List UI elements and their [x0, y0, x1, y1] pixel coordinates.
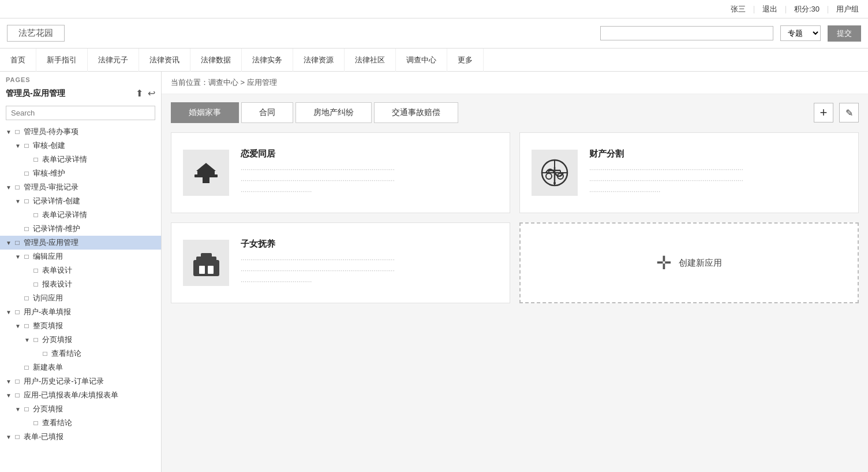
svg-marker-2 — [196, 163, 216, 171]
card-love-title: 恋爱同居 — [241, 148, 498, 159]
tab-actions: + ✎ — [814, 103, 859, 122]
site-header: 法艺花园 专题 提交 — [0, 18, 868, 49]
points: 积分:30 — [794, 4, 820, 14]
nav-item-lawpractice[interactable]: 法律实务 — [242, 49, 293, 72]
nav-item-lawdata[interactable]: 法律数据 — [190, 49, 242, 72]
add-tab-button[interactable]: + — [814, 103, 833, 122]
tree-item-8[interactable]: ▼□管理员-应用管理 — [0, 236, 161, 250]
tree-item-14[interactable]: ▼□整页填报 — [0, 319, 161, 333]
tree-item-17[interactable]: □新建表单 — [0, 360, 161, 374]
card-property-desc: ········································… — [589, 164, 847, 198]
card-property-icon — [532, 150, 578, 196]
svg-rect-18 — [208, 266, 214, 274]
card-child-icon — [183, 240, 229, 286]
tree-item-0[interactable]: ▼□管理员-待办事项 — [0, 125, 161, 139]
svg-rect-14 — [193, 260, 219, 276]
usergroup: 用户组 — [836, 4, 859, 14]
tab-marriage[interactable]: 婚姻家事 — [171, 102, 239, 123]
svg-rect-16 — [201, 253, 212, 258]
sidebar-tree: ▼□管理员-待办事项▼□审核-创建□表单记录详情□审核-维护▼□管理员-审批记录… — [0, 125, 161, 472]
tree-item-5[interactable]: ▼□记录详情-创建 — [0, 194, 161, 208]
sidebar-icon-group: ⬆ ↩ — [136, 88, 155, 99]
top-bar: 张三 ｜ 退出 ｜ 积分:30 ｜ 用户组 — [0, 0, 868, 18]
username: 张三 — [731, 4, 746, 14]
logo[interactable]: 法艺花园 — [7, 25, 65, 42]
sidebar-search-input[interactable] — [6, 106, 155, 120]
card-property[interactable]: 财产分割 ···································… — [519, 132, 859, 213]
card-property-body: 财产分割 ···································… — [589, 148, 847, 198]
sidebar-title: 管理员-应用管理 — [6, 88, 65, 99]
tree-item-13[interactable]: ▼□用户-表单填报 — [0, 305, 161, 319]
logout-link[interactable]: 退出 — [762, 4, 777, 14]
tree-item-4[interactable]: ▼□管理员-审批记录 — [0, 180, 161, 194]
tree-item-6[interactable]: □表单记录详情 — [0, 208, 161, 222]
refresh-icon[interactable]: ↩ — [148, 88, 155, 99]
tree-item-7[interactable]: □记录详情-维护 — [0, 222, 161, 236]
content-area: 当前位置：调查中心 > 应用管理 婚姻家事 合同 房地产纠纷 交通事故赔偿 + … — [162, 72, 868, 472]
nav-item-lawnews[interactable]: 法律资讯 — [139, 49, 190, 72]
svg-point-9 — [546, 173, 552, 179]
tree-item-21[interactable]: □查看结论 — [0, 416, 161, 430]
card-love-body: 恋爱同居 ···································… — [241, 148, 498, 198]
card-love[interactable]: 恋爱同居 ···································… — [171, 132, 510, 213]
export-icon[interactable]: ⬆ — [136, 88, 143, 99]
sidebar-section-label: PAGES — [0, 72, 161, 86]
sidebar: PAGES 管理员-应用管理 ⬆ ↩ ▼□管理员-待办事项▼□审核-创建□表单记… — [0, 72, 162, 472]
card-property-title: 财产分割 — [589, 148, 847, 159]
card-child[interactable]: 子女抚养 ···································… — [171, 222, 510, 303]
nav-item-guide[interactable]: 新手指引 — [36, 49, 88, 72]
tree-item-11[interactable]: □报表设计 — [0, 277, 161, 291]
card-love-desc: ········································… — [241, 164, 498, 198]
tab-traffic[interactable]: 交通事故赔偿 — [374, 102, 458, 123]
tab-bar: 婚姻家事 合同 房地产纠纷 交通事故赔偿 + ✎ — [162, 94, 868, 123]
card-child-title: 子女抚养 — [241, 239, 498, 250]
header-submit-button[interactable]: 提交 — [828, 25, 861, 42]
tree-item-20[interactable]: ▼□分页填报 — [0, 402, 161, 416]
nav-item-survey[interactable]: 调查中心 — [396, 49, 447, 72]
card-love-icon — [183, 150, 229, 196]
nav-bar: 首页 新手指引 法律元子 法律资讯 法律数据 法律实务 法律资源 法律社区 调查… — [0, 49, 868, 72]
nav-item-lawatom[interactable]: 法律元子 — [88, 49, 139, 72]
add-new-icon: ✛ — [656, 252, 672, 274]
tree-item-16[interactable]: □查看结论 — [0, 347, 161, 360]
nav-item-more[interactable]: 更多 — [447, 49, 484, 72]
tree-item-22[interactable]: ▼□表单-已填报 — [0, 430, 161, 444]
card-child-desc: ········································… — [241, 254, 498, 288]
svg-rect-17 — [199, 266, 205, 274]
cards-area: 恋爱同居 ···································… — [162, 123, 868, 313]
nav-item-lawcommunity[interactable]: 法律社区 — [345, 49, 396, 72]
header-search-input[interactable] — [600, 26, 773, 40]
tree-item-10[interactable]: □表单设计 — [0, 263, 161, 277]
tree-item-3[interactable]: □审核-维护 — [0, 166, 161, 180]
card-new[interactable]: ✛ 创建新应用 — [519, 222, 859, 303]
card-new-label: 创建新应用 — [679, 258, 722, 269]
tab-contract[interactable]: 合同 — [241, 102, 293, 123]
nav-item-lawresource[interactable]: 法律资源 — [293, 49, 345, 72]
tree-item-12[interactable]: □访问应用 — [0, 291, 161, 305]
svg-rect-3 — [203, 177, 209, 183]
tree-item-2[interactable]: □表单记录详情 — [0, 153, 161, 166]
main-layout: PAGES 管理员-应用管理 ⬆ ↩ ▼□管理员-待办事项▼□审核-创建□表单记… — [0, 72, 868, 472]
card-child-body: 子女抚养 ···································… — [241, 239, 498, 288]
tree-item-15[interactable]: ▼□分页填报 — [0, 333, 161, 347]
edit-tab-button[interactable]: ✎ — [839, 103, 859, 122]
tree-item-18[interactable]: ▼□用户-历史记录-订单记录 — [0, 374, 161, 388]
tab-realestate[interactable]: 房地产纠纷 — [295, 102, 372, 123]
tree-item-1[interactable]: ▼□审核-创建 — [0, 139, 161, 153]
header-topic-select[interactable]: 专题 — [780, 25, 821, 41]
nav-item-home[interactable]: 首页 — [0, 49, 36, 72]
sidebar-title-row: 管理员-应用管理 ⬆ ↩ — [0, 86, 161, 103]
tree-item-9[interactable]: ▼□编辑应用 — [0, 250, 161, 263]
breadcrumb: 当前位置：调查中心 > 应用管理 — [162, 72, 868, 94]
tree-item-19[interactable]: ▼□应用-已填报表单/未填报表单 — [0, 388, 161, 402]
